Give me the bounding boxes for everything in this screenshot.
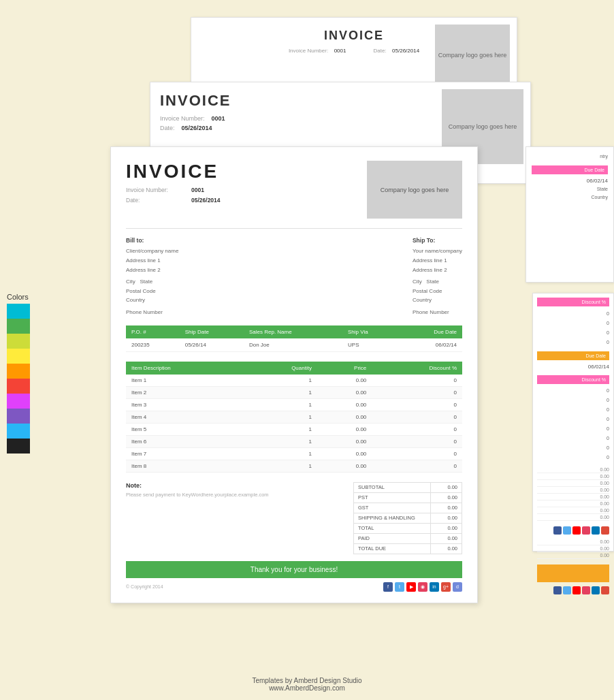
item-discount: 0 <box>372 411 462 423</box>
item-qty: 1 <box>244 423 317 435</box>
social-linkedin: in <box>430 582 439 592</box>
inv-bill-to: Bill to: Client/company name Address lin… <box>126 236 178 317</box>
rc2-due-header: Due Date <box>537 351 609 360</box>
color-swatch-deep-purple <box>7 409 30 424</box>
po-col-ship-date: Ship Date <box>180 325 244 338</box>
item-desc: Item 6 <box>126 435 244 447</box>
rc2-orange-bar <box>537 564 609 582</box>
invoice-card-main: INVOICE Invoice Number: 0001 Date: 05/26… <box>110 146 478 603</box>
color-swatch-cyan <box>7 304 30 319</box>
bill-addr1: Address line 1 <box>126 256 178 266</box>
rc2-social-icons <box>537 526 609 535</box>
colors-label: Colors <box>7 293 30 301</box>
bc2-date: 05/26/2014 <box>392 48 419 54</box>
item-desc: Item 1 <box>126 375 244 387</box>
ship-city-state: City State <box>413 277 462 287</box>
total-row: PAID 0.00 <box>354 533 462 543</box>
bc2-logo: Company logo goes here <box>435 25 510 86</box>
item-desc: Item 2 <box>126 386 244 398</box>
item-row: Item 6 1 0.00 0 <box>126 435 462 447</box>
item-price: 0.00 <box>317 386 372 398</box>
inv-date-value: 05/26/2014 <box>191 195 221 206</box>
social-twitter: t <box>395 582 404 592</box>
rc2-zeros: 0000 <box>537 309 609 347</box>
rc1-country: ntry <box>532 153 608 161</box>
po-ship-via: UPS <box>342 338 400 352</box>
inv-footer-bottom: © Copyright 2014 f t ▶ ◉ in g+ d <box>126 582 462 592</box>
item-discount: 0 <box>372 435 462 447</box>
social-instagram: ◉ <box>418 582 427 592</box>
bill-city: City <box>126 279 135 285</box>
po-col-rep: Sales Rep. Name <box>244 325 342 338</box>
item-price: 0.00 <box>317 411 372 423</box>
ship-to-label: Ship To: <box>413 236 462 245</box>
item-row: Item 1 1 0.00 0 <box>126 375 462 387</box>
po-col-po: P.O. # <box>126 325 180 338</box>
po-rep-name: Don Joe <box>244 338 342 352</box>
bottom-credits: Templates by Amberd Design Studio www.Am… <box>0 677 614 692</box>
item-qty: 1 <box>244 375 317 387</box>
invoice-card-right1: ntry Due Date 06/02/14 State Country <box>526 146 614 283</box>
social-google: g+ <box>441 582 451 592</box>
rc2-discount-header: Discount % <box>537 298 609 306</box>
total-label: PAID <box>354 533 431 543</box>
item-row: Item 7 1 0.00 0 <box>126 447 462 460</box>
inv-number-label: Invoice Number: <box>126 185 180 195</box>
total-label: PST <box>354 492 431 503</box>
bc1-inv-label: Invoice Number: <box>160 114 205 123</box>
bc1-date-label: Date: <box>160 123 175 133</box>
invoice-card-right2: Discount % 0000 Due Date 06/02/14 Discou… <box>532 293 614 552</box>
item-desc: Item 3 <box>126 398 244 411</box>
item-discount: 0 <box>372 398 462 411</box>
item-discount: 0 <box>372 460 462 472</box>
color-swatch-green <box>7 319 30 334</box>
total-row: GST 0.00 <box>354 503 462 513</box>
item-col-desc: Item Description <box>126 362 244 375</box>
item-discount: 0 <box>372 386 462 398</box>
inv-ship-to: Ship To: Your name/company Address line … <box>413 236 462 317</box>
inv-header-left: INVOICE Invoice Number: 0001 Date: 05/26… <box>126 161 221 206</box>
ship-addr2: Address line 2 <box>413 266 462 275</box>
bc1-date: 05/26/2014 <box>182 123 212 133</box>
total-row: TOTAL 0.00 <box>354 523 462 533</box>
social-facebook: f <box>383 582 393 592</box>
total-label: SHIPPING & HANDLING <box>354 513 431 523</box>
item-price: 0.00 <box>317 398 372 411</box>
po-row: 200235 05/26/14 Don Joe UPS 06/02/14 <box>126 338 462 352</box>
ship-phone: Phone Number <box>413 308 462 317</box>
total-value: 0.00 <box>430 492 462 503</box>
inv-divider-top <box>126 228 462 229</box>
color-swatch-black <box>7 439 30 454</box>
rc1-due-date: 06/02/14 <box>587 178 608 184</box>
color-swatch-lime <box>7 334 30 349</box>
color-swatch-orange <box>7 364 30 379</box>
ship-state: State <box>426 279 439 285</box>
rc2-totals: 0.00 0.00 0.00 0.00 0.00 0.00 0.00 0.00 <box>537 466 609 521</box>
item-col-price: Price <box>317 362 372 375</box>
po-col-via: Ship Via <box>342 325 400 338</box>
inv-footer-bar: Thank you for your business! <box>126 561 462 578</box>
bill-company: Client/company name <box>126 246 178 256</box>
item-row: Item 2 1 0.00 0 <box>126 386 462 398</box>
total-value: 0.00 <box>430 482 462 492</box>
inv-copyright: © Copyright 2014 <box>126 584 163 589</box>
bill-to-label: Bill to: <box>126 236 178 245</box>
item-price: 0.00 <box>317 375 372 387</box>
total-row: SUBTOTAL 0.00 <box>354 482 462 492</box>
credit-line1: Templates by Amberd Design Studio <box>0 677 614 684</box>
inv-number-value: 0001 <box>191 185 204 195</box>
ship-company: Your name/company <box>413 246 462 256</box>
ship-country: Country <box>413 296 462 305</box>
bc2-inv-label: Invoice Number: <box>289 48 328 54</box>
bill-addr2: Address line 2 <box>126 266 178 275</box>
inv-date-label: Date: <box>126 195 180 206</box>
po-due-date: 06/02/14 <box>400 338 462 352</box>
ship-addr1: Address line 1 <box>413 256 462 266</box>
item-qty: 1 <box>244 411 317 423</box>
item-qty: 1 <box>244 435 317 447</box>
po-number: 200235 <box>126 338 180 352</box>
items-table: Item Description Quantity Price Discount… <box>126 362 462 473</box>
total-label: GST <box>354 503 431 513</box>
credit-line2: www.AmberdDesign.com <box>0 684 614 692</box>
total-value: 0.00 <box>430 513 462 523</box>
